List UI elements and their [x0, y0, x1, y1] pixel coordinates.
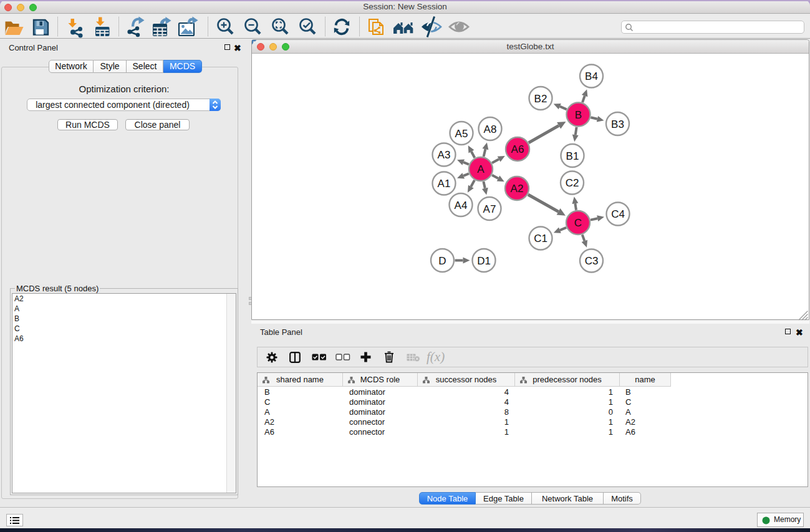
svg-text:B4: B4	[585, 70, 598, 82]
svg-text:D1: D1	[477, 255, 491, 267]
svg-text:B: B	[575, 109, 582, 121]
svg-text:B2: B2	[534, 93, 547, 105]
svg-text:B1: B1	[566, 150, 579, 162]
svg-text:A8: A8	[484, 123, 497, 135]
svg-text:A5: A5	[455, 128, 468, 140]
svg-text:B3: B3	[611, 118, 624, 130]
svg-text:C4: C4	[611, 208, 625, 220]
svg-text:C3: C3	[585, 255, 599, 267]
svg-text:C: C	[574, 217, 582, 229]
svg-text:A6: A6	[511, 143, 524, 155]
svg-text:C1: C1	[534, 233, 547, 244]
svg-text:A4: A4	[455, 200, 468, 211]
svg-text:A2: A2	[511, 183, 524, 195]
svg-text:A1: A1	[438, 178, 451, 190]
svg-text:C2: C2	[566, 177, 579, 189]
svg-text:D: D	[438, 255, 446, 267]
svg-text:A3: A3	[438, 149, 451, 161]
svg-text:A7: A7	[483, 203, 496, 215]
svg-text:A: A	[477, 163, 485, 175]
